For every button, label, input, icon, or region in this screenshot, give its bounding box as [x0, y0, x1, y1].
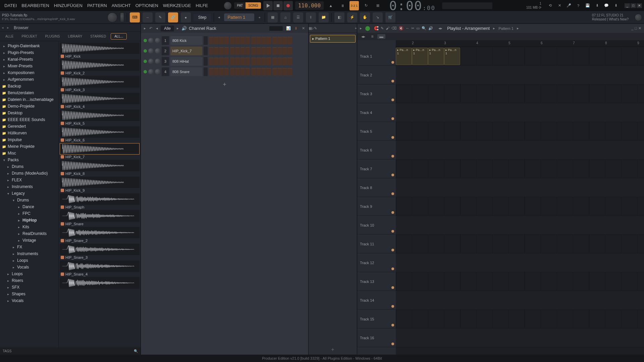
- panic-knob[interactable]: [224, 2, 232, 10]
- step-button[interactable]: [282, 37, 287, 44]
- step-button[interactable]: [219, 58, 224, 65]
- step-button[interactable]: [245, 47, 250, 55]
- sample-file[interactable]: HIP_Snaph: [60, 193, 140, 209]
- shop-icon[interactable]: 🛒: [385, 12, 395, 22]
- sample-file[interactable]: HIP_Kick_8: [60, 160, 140, 176]
- pl-tool-brush-icon[interactable]: 🖌: [385, 26, 390, 31]
- feedback-icon[interactable]: 💬: [602, 1, 611, 10]
- browser-fwd-icon[interactable]: ▸: [7, 25, 12, 30]
- track-header[interactable]: Track 11: [357, 235, 396, 253]
- tree-item[interactable]: ▸Drums: [0, 163, 58, 170]
- close-all-icon[interactable]: ↘: [373, 12, 383, 22]
- playlist-view-icon[interactable]: ▦: [268, 12, 278, 22]
- playlist-track-lane[interactable]: [396, 141, 644, 160]
- playlist-track-lane[interactable]: [396, 291, 644, 310]
- sample-file[interactable]: HIP_Kick_3: [60, 76, 140, 92]
- step-button[interactable]: [209, 47, 214, 55]
- browser-tab[interactable]: LIBRARY: [65, 34, 86, 39]
- step-button[interactable]: [282, 47, 287, 55]
- step-button[interactable]: [230, 68, 235, 75]
- track-header[interactable]: Track 6: [357, 141, 396, 160]
- track-header[interactable]: Track 16: [357, 328, 396, 347]
- pl-play-icon[interactable]: ▸: [360, 26, 362, 31]
- step-button[interactable]: [209, 37, 214, 44]
- step-edit-icon[interactable]: →: [143, 12, 153, 22]
- step-button[interactable]: [209, 58, 214, 65]
- sample-file[interactable]: HIP_Snare: [60, 210, 140, 226]
- tree-item[interactable]: ▾Legacy: [0, 190, 58, 197]
- step-button[interactable]: [251, 68, 256, 75]
- step-button[interactable]: [272, 68, 277, 75]
- playlist-track-lane[interactable]: [396, 328, 644, 347]
- pl-tool-slice-icon[interactable]: ✂: [411, 26, 415, 31]
- browser-tab-all[interactable]: ALL...: [111, 33, 127, 40]
- sample-file[interactable]: HIP_Snare_4: [60, 260, 140, 277]
- tree-item[interactable]: ▸Aufgenommen: [0, 76, 58, 83]
- playlist-track-lane[interactable]: [396, 272, 644, 291]
- sample-file[interactable]: HIP_Snare_3: [60, 244, 140, 260]
- playlist-track-lane[interactable]: [396, 66, 644, 84]
- tree-item[interactable]: 📁Backup: [0, 83, 58, 89]
- track-header[interactable]: Track 3: [357, 84, 396, 103]
- channel-select[interactable]: [204, 36, 208, 45]
- track-header[interactable]: Track 13: [357, 272, 396, 291]
- download-icon[interactable]: ⬇: [611, 1, 621, 10]
- channel-number[interactable]: 3: [162, 57, 169, 66]
- step-button[interactable]: [266, 47, 271, 55]
- add-channel-button[interactable]: +: [144, 77, 306, 92]
- pat-song-switch[interactable]: PAT SONG: [234, 2, 261, 9]
- track-header[interactable]: Track 5: [357, 122, 396, 141]
- channel-pan-knob[interactable]: [148, 69, 154, 74]
- playlist-track-lane[interactable]: [396, 216, 644, 235]
- sample-file[interactable]: [60, 277, 140, 289]
- channel-mute-led[interactable]: [144, 39, 147, 42]
- channel-name-button[interactable]: 808 Kick: [170, 36, 202, 45]
- master-volume-knob[interactable]: [107, 12, 117, 22]
- channel-pan-knob[interactable]: [148, 48, 154, 54]
- step-button[interactable]: [282, 58, 287, 65]
- playlist-track-lane[interactable]: [396, 178, 644, 197]
- menu-item[interactable]: ANSICHT: [109, 2, 133, 9]
- step-button[interactable]: [256, 37, 261, 44]
- news-panel[interactable]: 07:12 FL STUDIO 21 Released | What's New…: [592, 13, 632, 21]
- step-button[interactable]: [214, 37, 219, 44]
- tempo-tapper-icon[interactable]: ⚡: [347, 12, 357, 22]
- step-button[interactable]: [251, 37, 256, 44]
- step-button[interactable]: [277, 68, 282, 75]
- pl-maximize-icon[interactable]: □: [635, 26, 637, 31]
- picker-pattern-item[interactable]: ▸ Pattern 1: [310, 35, 356, 43]
- undo-history-icon[interactable]: ⟲: [545, 1, 555, 10]
- render-icon[interactable]: ⬇: [592, 1, 602, 10]
- channel-rack-view-icon[interactable]: ☰: [293, 12, 303, 22]
- tree-item[interactable]: 📁Meine Projekte: [0, 143, 58, 150]
- link-icon[interactable]: ✎: [155, 12, 165, 22]
- switch-user-icon[interactable]: ✕: [555, 1, 564, 10]
- step-button[interactable]: [214, 47, 219, 55]
- tree-item[interactable]: ▸Kanal-Presets: [0, 56, 58, 63]
- picker-pattern-icon[interactable]: ▦: [309, 26, 312, 31]
- step-button[interactable]: [240, 58, 245, 65]
- menu-item[interactable]: HILFE: [193, 2, 210, 9]
- swing-slider[interactable]: [269, 26, 283, 31]
- track-header[interactable]: Track 14: [357, 291, 396, 310]
- menu-item[interactable]: HINZUFÜGEN: [52, 2, 85, 9]
- tree-item[interactable]: ▸Instruments: [0, 183, 58, 190]
- step-button[interactable]: [230, 58, 235, 65]
- step-button[interactable]: [209, 68, 214, 75]
- sample-file[interactable]: HIP_Kick_6: [60, 126, 140, 142]
- channel-vol-knob[interactable]: [155, 59, 160, 64]
- pl-marker-icon[interactable]: ◂▸: [437, 26, 444, 31]
- tree-item[interactable]: ▸Drums (ModeAudio): [0, 170, 58, 177]
- chrack-play-icon[interactable]: ▸: [143, 26, 147, 31]
- pl-mode1-icon[interactable]: ◂▸: [359, 34, 367, 39]
- step-button[interactable]: [251, 47, 256, 55]
- pl-close-icon[interactable]: ✕: [638, 26, 641, 31]
- channel-name-button[interactable]: HIP_Kick_7: [170, 47, 202, 55]
- plugin-picker-icon[interactable]: ◧: [334, 12, 344, 22]
- step-button[interactable]: [251, 58, 256, 65]
- sample-file[interactable]: HIP_Kick_9: [60, 177, 140, 193]
- tree-item[interactable]: 📁Benutzerdaten: [0, 89, 58, 96]
- channel-select[interactable]: [204, 57, 208, 66]
- tree-item[interactable]: ▸Loops: [0, 257, 58, 264]
- pattern-prev-icon[interactable]: ◂: [217, 15, 221, 19]
